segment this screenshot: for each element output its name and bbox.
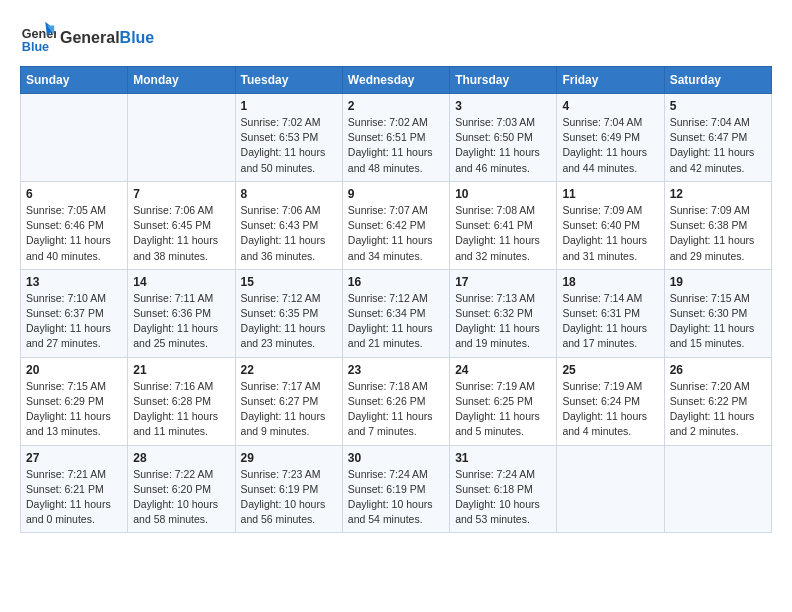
calendar-cell: 30Sunrise: 7:24 AM Sunset: 6:19 PM Dayli…: [342, 445, 449, 533]
day-number: 5: [670, 99, 766, 113]
calendar-cell: 13Sunrise: 7:10 AM Sunset: 6:37 PM Dayli…: [21, 269, 128, 357]
weekday-header: Saturday: [664, 67, 771, 94]
day-info: Sunrise: 7:08 AM Sunset: 6:41 PM Dayligh…: [455, 203, 551, 264]
day-number: 6: [26, 187, 122, 201]
day-number: 24: [455, 363, 551, 377]
day-info: Sunrise: 7:12 AM Sunset: 6:34 PM Dayligh…: [348, 291, 444, 352]
day-number: 22: [241, 363, 337, 377]
calendar-cell: [557, 445, 664, 533]
day-info: Sunrise: 7:06 AM Sunset: 6:45 PM Dayligh…: [133, 203, 229, 264]
day-info: Sunrise: 7:16 AM Sunset: 6:28 PM Dayligh…: [133, 379, 229, 440]
calendar-week-row: 27Sunrise: 7:21 AM Sunset: 6:21 PM Dayli…: [21, 445, 772, 533]
day-info: Sunrise: 7:09 AM Sunset: 6:38 PM Dayligh…: [670, 203, 766, 264]
day-info: Sunrise: 7:13 AM Sunset: 6:32 PM Dayligh…: [455, 291, 551, 352]
day-number: 1: [241, 99, 337, 113]
day-number: 13: [26, 275, 122, 289]
logo-text: GeneralBlue: [60, 28, 154, 47]
day-number: 3: [455, 99, 551, 113]
calendar-week-row: 1Sunrise: 7:02 AM Sunset: 6:53 PM Daylig…: [21, 94, 772, 182]
logo-icon: General Blue: [20, 20, 56, 56]
day-number: 15: [241, 275, 337, 289]
day-number: 11: [562, 187, 658, 201]
calendar-cell: 31Sunrise: 7:24 AM Sunset: 6:18 PM Dayli…: [450, 445, 557, 533]
day-number: 28: [133, 451, 229, 465]
calendar-cell: 22Sunrise: 7:17 AM Sunset: 6:27 PM Dayli…: [235, 357, 342, 445]
day-number: 2: [348, 99, 444, 113]
calendar-cell: 1Sunrise: 7:02 AM Sunset: 6:53 PM Daylig…: [235, 94, 342, 182]
weekday-header: Friday: [557, 67, 664, 94]
calendar-cell: [128, 94, 235, 182]
calendar-cell: 8Sunrise: 7:06 AM Sunset: 6:43 PM Daylig…: [235, 181, 342, 269]
weekday-header: Monday: [128, 67, 235, 94]
calendar-body: 1Sunrise: 7:02 AM Sunset: 6:53 PM Daylig…: [21, 94, 772, 533]
day-number: 21: [133, 363, 229, 377]
day-info: Sunrise: 7:14 AM Sunset: 6:31 PM Dayligh…: [562, 291, 658, 352]
calendar-cell: 21Sunrise: 7:16 AM Sunset: 6:28 PM Dayli…: [128, 357, 235, 445]
calendar-cell: 18Sunrise: 7:14 AM Sunset: 6:31 PM Dayli…: [557, 269, 664, 357]
calendar-cell: 6Sunrise: 7:05 AM Sunset: 6:46 PM Daylig…: [21, 181, 128, 269]
calendar-cell: 24Sunrise: 7:19 AM Sunset: 6:25 PM Dayli…: [450, 357, 557, 445]
day-info: Sunrise: 7:02 AM Sunset: 6:51 PM Dayligh…: [348, 115, 444, 176]
calendar-cell: 11Sunrise: 7:09 AM Sunset: 6:40 PM Dayli…: [557, 181, 664, 269]
weekday-header: Sunday: [21, 67, 128, 94]
day-info: Sunrise: 7:23 AM Sunset: 6:19 PM Dayligh…: [241, 467, 337, 528]
calendar-cell: 15Sunrise: 7:12 AM Sunset: 6:35 PM Dayli…: [235, 269, 342, 357]
day-number: 8: [241, 187, 337, 201]
calendar-cell: 2Sunrise: 7:02 AM Sunset: 6:51 PM Daylig…: [342, 94, 449, 182]
day-number: 31: [455, 451, 551, 465]
day-number: 17: [455, 275, 551, 289]
day-number: 9: [348, 187, 444, 201]
day-info: Sunrise: 7:19 AM Sunset: 6:24 PM Dayligh…: [562, 379, 658, 440]
day-number: 12: [670, 187, 766, 201]
svg-text:Blue: Blue: [22, 40, 49, 54]
calendar-cell: 10Sunrise: 7:08 AM Sunset: 6:41 PM Dayli…: [450, 181, 557, 269]
day-info: Sunrise: 7:12 AM Sunset: 6:35 PM Dayligh…: [241, 291, 337, 352]
day-number: 19: [670, 275, 766, 289]
day-info: Sunrise: 7:03 AM Sunset: 6:50 PM Dayligh…: [455, 115, 551, 176]
day-number: 25: [562, 363, 658, 377]
day-info: Sunrise: 7:20 AM Sunset: 6:22 PM Dayligh…: [670, 379, 766, 440]
weekday-header: Tuesday: [235, 67, 342, 94]
calendar-week-row: 13Sunrise: 7:10 AM Sunset: 6:37 PM Dayli…: [21, 269, 772, 357]
calendar-header: SundayMondayTuesdayWednesdayThursdayFrid…: [21, 67, 772, 94]
day-number: 20: [26, 363, 122, 377]
day-info: Sunrise: 7:05 AM Sunset: 6:46 PM Dayligh…: [26, 203, 122, 264]
day-number: 23: [348, 363, 444, 377]
calendar-cell: 17Sunrise: 7:13 AM Sunset: 6:32 PM Dayli…: [450, 269, 557, 357]
day-number: 27: [26, 451, 122, 465]
calendar-week-row: 6Sunrise: 7:05 AM Sunset: 6:46 PM Daylig…: [21, 181, 772, 269]
day-info: Sunrise: 7:04 AM Sunset: 6:49 PM Dayligh…: [562, 115, 658, 176]
day-info: Sunrise: 7:02 AM Sunset: 6:53 PM Dayligh…: [241, 115, 337, 176]
day-info: Sunrise: 7:09 AM Sunset: 6:40 PM Dayligh…: [562, 203, 658, 264]
calendar-cell: 26Sunrise: 7:20 AM Sunset: 6:22 PM Dayli…: [664, 357, 771, 445]
calendar-cell: 4Sunrise: 7:04 AM Sunset: 6:49 PM Daylig…: [557, 94, 664, 182]
calendar-cell: 25Sunrise: 7:19 AM Sunset: 6:24 PM Dayli…: [557, 357, 664, 445]
day-number: 29: [241, 451, 337, 465]
day-info: Sunrise: 7:22 AM Sunset: 6:20 PM Dayligh…: [133, 467, 229, 528]
calendar-cell: 9Sunrise: 7:07 AM Sunset: 6:42 PM Daylig…: [342, 181, 449, 269]
calendar-cell: 19Sunrise: 7:15 AM Sunset: 6:30 PM Dayli…: [664, 269, 771, 357]
day-info: Sunrise: 7:11 AM Sunset: 6:36 PM Dayligh…: [133, 291, 229, 352]
day-info: Sunrise: 7:18 AM Sunset: 6:26 PM Dayligh…: [348, 379, 444, 440]
calendar-week-row: 20Sunrise: 7:15 AM Sunset: 6:29 PM Dayli…: [21, 357, 772, 445]
calendar-cell: 20Sunrise: 7:15 AM Sunset: 6:29 PM Dayli…: [21, 357, 128, 445]
calendar-cell: [21, 94, 128, 182]
calendar-cell: 28Sunrise: 7:22 AM Sunset: 6:20 PM Dayli…: [128, 445, 235, 533]
day-number: 18: [562, 275, 658, 289]
day-info: Sunrise: 7:04 AM Sunset: 6:47 PM Dayligh…: [670, 115, 766, 176]
calendar-cell: 12Sunrise: 7:09 AM Sunset: 6:38 PM Dayli…: [664, 181, 771, 269]
calendar-cell: 29Sunrise: 7:23 AM Sunset: 6:19 PM Dayli…: [235, 445, 342, 533]
day-number: 14: [133, 275, 229, 289]
calendar-cell: 14Sunrise: 7:11 AM Sunset: 6:36 PM Dayli…: [128, 269, 235, 357]
day-number: 7: [133, 187, 229, 201]
calendar-cell: 27Sunrise: 7:21 AM Sunset: 6:21 PM Dayli…: [21, 445, 128, 533]
day-info: Sunrise: 7:24 AM Sunset: 6:19 PM Dayligh…: [348, 467, 444, 528]
day-number: 10: [455, 187, 551, 201]
day-number: 16: [348, 275, 444, 289]
day-info: Sunrise: 7:10 AM Sunset: 6:37 PM Dayligh…: [26, 291, 122, 352]
weekday-row: SundayMondayTuesdayWednesdayThursdayFrid…: [21, 67, 772, 94]
day-info: Sunrise: 7:07 AM Sunset: 6:42 PM Dayligh…: [348, 203, 444, 264]
day-info: Sunrise: 7:17 AM Sunset: 6:27 PM Dayligh…: [241, 379, 337, 440]
day-number: 30: [348, 451, 444, 465]
logo: General Blue GeneralBlue: [20, 20, 154, 56]
